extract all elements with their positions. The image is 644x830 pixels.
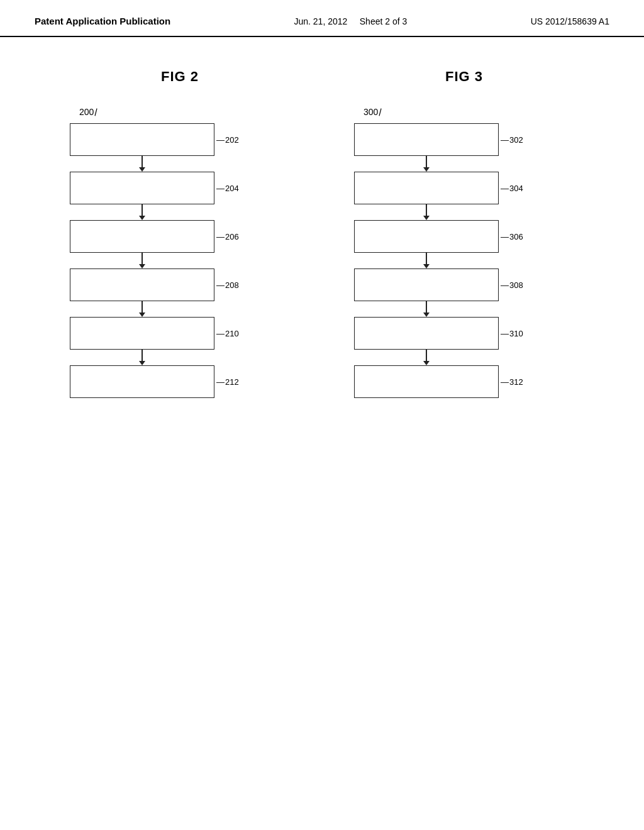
fig2-arrow-3	[139, 264, 145, 268]
fig3-arrow-1	[423, 167, 430, 172]
patent-number: US 2012/158639 A1	[531, 16, 609, 26]
fig2-label-208: — 208	[216, 280, 239, 290]
fig3-num-302: 302	[509, 135, 523, 145]
fig2-step-208-row: — 208	[70, 268, 290, 301]
fig2-num-210: 210	[225, 329, 239, 338]
fig3-arrow-4	[423, 313, 430, 317]
fig2-label-204: — 204	[216, 184, 239, 193]
fig3-step-304-row: — 304	[354, 172, 574, 204]
fig2-arrow-2	[139, 216, 145, 220]
fig2-arrow-5	[139, 361, 145, 365]
fig2-label-202: — 202	[216, 135, 239, 145]
fig2-line-3	[142, 253, 143, 264]
fig2-label: FIG 2	[161, 69, 199, 85]
publication-title: Patent Application Publication	[35, 16, 170, 26]
publication-date-sheet: Jun. 21, 2012 Sheet 2 of 3	[294, 16, 407, 26]
fig3-arrow-2	[423, 216, 430, 220]
fig3-connector-5	[354, 350, 499, 365]
fig2-step-210-row: — 210	[70, 317, 290, 350]
fig3-line-4	[426, 301, 427, 313]
fig3-line-1	[426, 156, 427, 167]
fig2-diagram: FIG 2 200 \ — 202	[70, 69, 290, 398]
fig3-num-310: 310	[509, 329, 523, 338]
fig3-box-312	[354, 365, 499, 398]
fig3-box-304	[354, 172, 499, 204]
fig2-line-5	[142, 350, 143, 361]
fig2-box-212	[70, 365, 214, 398]
fig2-num-206: 206	[225, 232, 239, 241]
fig3-diagram: FIG 3 300 \ — 302	[354, 69, 574, 398]
fig3-connector-4	[354, 301, 499, 317]
fig2-box-210	[70, 317, 214, 350]
fig3-label-302: — 302	[501, 135, 523, 145]
fig3-arrow-5	[423, 361, 430, 365]
fig3-label-308: — 308	[501, 280, 523, 290]
fig3-box-306	[354, 220, 499, 253]
fig3-connector-2	[354, 204, 499, 220]
fig3-step-310-row: — 310	[354, 317, 574, 350]
fig2-label-210: — 210	[216, 329, 239, 338]
fig3-connector-3	[354, 253, 499, 268]
fig2-label-212: — 212	[216, 377, 239, 387]
fig2-flowchart: — 202 — 204	[70, 123, 290, 398]
fig2-num-202: 202	[225, 135, 239, 145]
fig2-num-212: 212	[225, 377, 239, 387]
fig3-ref-row: 300 \	[364, 107, 382, 118]
fig3-step-308-row: — 308	[354, 268, 574, 301]
fig2-line-1	[142, 156, 143, 167]
fig3-box-308	[354, 268, 499, 301]
fig2-num-208: 208	[225, 280, 239, 290]
fig3-step-302-row: — 302	[354, 123, 574, 156]
page-header: Patent Application Publication Jun. 21, …	[0, 0, 644, 37]
fig2-title-row: FIG 2	[70, 69, 290, 85]
fig2-connector-2	[70, 204, 214, 220]
fig2-box-202	[70, 123, 214, 156]
fig2-step-204-row: — 204	[70, 172, 290, 204]
fig2-box-204	[70, 172, 214, 204]
fig3-step-312-row: — 312	[354, 365, 574, 398]
fig3-num-304: 304	[509, 184, 523, 193]
fig3-label: FIG 3	[445, 69, 483, 85]
fig3-num-306: 306	[509, 232, 523, 241]
fig2-box-208	[70, 268, 214, 301]
fig2-arrow-4	[139, 313, 145, 317]
fig2-box-206	[70, 220, 214, 253]
fig3-box-302	[354, 123, 499, 156]
fig2-line-2	[142, 204, 143, 216]
fig3-label-304: — 304	[501, 184, 523, 193]
fig3-line-3	[426, 253, 427, 264]
fig2-step-202-row: — 202	[70, 123, 290, 156]
fig2-connector-1	[70, 156, 214, 172]
fig3-label-310: — 310	[501, 329, 523, 338]
page: Patent Application Publication Jun. 21, …	[0, 0, 644, 830]
fig2-connector-5	[70, 350, 214, 365]
fig3-num-312: 312	[509, 377, 523, 387]
fig3-num-308: 308	[509, 280, 523, 290]
fig2-arrow-1	[139, 167, 145, 172]
fig3-line-5	[426, 350, 427, 361]
fig2-step-212-row: — 212	[70, 365, 290, 398]
fig3-flowchart: — 302 — 304	[354, 123, 574, 398]
fig3-label-312: — 312	[501, 377, 523, 387]
fig2-label-206: — 206	[216, 232, 239, 241]
fig3-arrow-3	[423, 264, 430, 268]
fig3-connector-1	[354, 156, 499, 172]
fig3-step-306-row: — 306	[354, 220, 574, 253]
fig3-box-310	[354, 317, 499, 350]
fig3-label-306: — 306	[501, 232, 523, 241]
fig2-line-4	[142, 301, 143, 313]
fig2-step-206-row: — 206	[70, 220, 290, 253]
fig3-line-2	[426, 204, 427, 216]
fig3-title-row: FIG 3	[354, 69, 574, 85]
fig2-connector-3	[70, 253, 214, 268]
publication-date: Jun. 21, 2012	[294, 16, 347, 26]
fig2-ref-row: 200 \	[79, 107, 97, 118]
sheet-info: Sheet 2 of 3	[360, 16, 408, 26]
diagrams-container: FIG 2 200 \ — 202	[0, 37, 644, 423]
fig2-connector-4	[70, 301, 214, 317]
fig2-num-204: 204	[225, 184, 239, 193]
